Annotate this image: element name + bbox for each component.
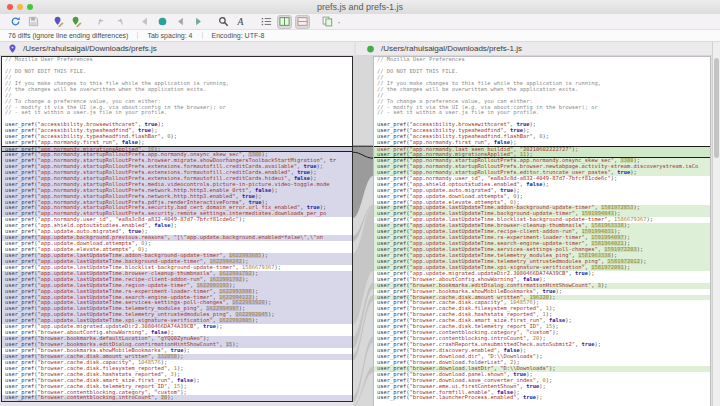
horizontal-scrollbar[interactable] [1, 402, 353, 406]
vertical-scrollbar[interactable] [712, 42, 720, 406]
diff-map-gutter [353, 56, 373, 406]
diff-count-status: 76 diffs (ignore line ending differences… [8, 32, 138, 39]
encoding-status: Encoding: UTF-8 [203, 32, 274, 39]
go-first-diff-icon[interactable] [137, 15, 152, 29]
copy-changes-icon[interactable] [320, 15, 335, 29]
search-icon[interactable] [216, 15, 231, 29]
left-file-pin-icon [8, 44, 18, 54]
right-file-path: /Users/rahulsaigal/Downloads/prefs-1.js [381, 44, 522, 53]
tab-spacing-status: Tab spacing: 4 [138, 32, 202, 39]
layout-side-by-side-icon[interactable] [277, 15, 292, 29]
save-icon[interactable] [26, 15, 41, 29]
layout-inline-icon[interactable] [295, 15, 310, 29]
dropdown-caret-icon[interactable] [336, 15, 342, 29]
vertical-scrollbar-thumb[interactable] [714, 58, 719, 158]
code-line[interactable]: user_pref("browser.launcherProcess.enabl… [374, 395, 710, 401]
undo-icon[interactable] [94, 15, 109, 29]
current-diff-icon[interactable] [155, 15, 170, 29]
left-file-pane[interactable]: // Mozilla User Preferences // DO NOT ED… [1, 56, 353, 402]
svg-text:A: A [236, 16, 243, 27]
left-file-header[interactable]: /Users/rahulsaigal/Downloads/prefs.js [0, 42, 354, 56]
edit-right-file-icon[interactable] [69, 15, 84, 29]
title-bar: prefs.js and prefs-1.js [0, 0, 720, 15]
previous-diff-icon[interactable] [173, 15, 188, 29]
right-file-pane[interactable]: // Mozilla User Preferences // DO NOT ED… [373, 56, 711, 406]
line-numbers-icon[interactable] [259, 15, 274, 29]
left-file-path: /Users/rahulsaigal/Downloads/prefs.js [23, 44, 157, 53]
font-icon[interactable]: A [234, 15, 249, 29]
refresh-icon[interactable] [8, 15, 23, 29]
right-file-header[interactable]: /Users/rahulsaigal/Downloads/prefs-1.js [356, 42, 712, 56]
next-diff-icon[interactable] [191, 15, 206, 29]
toolbar: A [0, 14, 720, 30]
status-bar: 76 diffs (ignore line ending differences… [0, 30, 720, 42]
window-title: prefs.js and prefs-1.js [0, 0, 720, 14]
edit-left-file-icon[interactable] [51, 15, 66, 29]
right-file-status-icon [366, 44, 376, 54]
code-line[interactable]: user_pref("browser.contentblocking.intro… [2, 395, 352, 401]
redo-icon[interactable] [112, 15, 127, 29]
diff-connector-band [353, 206, 373, 325]
